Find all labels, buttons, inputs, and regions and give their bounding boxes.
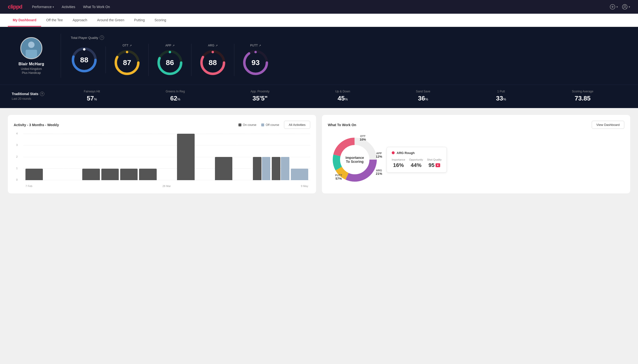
avatar (20, 37, 42, 59)
wtwo-title: What To Work On (328, 123, 356, 127)
putt-donut-label: PUTT 57% (335, 174, 342, 180)
ring-ott: 87 (114, 49, 140, 76)
chart-header: Activity - 3 Months - Weekly On course O… (14, 121, 310, 129)
tab-my-dashboard[interactable]: My Dashboard (8, 14, 41, 27)
score-putt: PUTT ↗ 93 (234, 44, 277, 76)
x-labels: 7 Feb 28 Mar 9 May (24, 184, 310, 188)
score-rings: 88 OTT ↗ 87 (71, 44, 626, 76)
tab-putting[interactable]: Putting (129, 14, 150, 27)
all-activities-button[interactable]: All Activities (284, 121, 310, 129)
hero-section: Blair McHarg United Kingdom Plus Handica… (0, 27, 638, 84)
bar-group-3 (82, 169, 100, 180)
bar-oncourse-6 (139, 169, 156, 180)
score-app: APP ↗ 86 (149, 44, 191, 76)
svg-point-20 (211, 51, 214, 53)
trad-stats-title: Traditional Stats ? (12, 92, 51, 96)
svg-point-11 (83, 48, 85, 50)
bar-oncourse-5 (120, 169, 138, 180)
trad-stats-label: Traditional Stats ? Last 20 rounds (12, 92, 51, 100)
score-app-value: 86 (166, 58, 174, 67)
bar-group-6 (139, 169, 156, 180)
tab-bar: My Dashboard Off the Tee Approach Around… (0, 14, 638, 27)
add-button[interactable]: ▾ (610, 4, 618, 10)
info-dot (392, 151, 395, 154)
arg-trend-icon: ↗ (216, 44, 218, 47)
bar-group-4 (101, 169, 119, 180)
svg-rect-8 (26, 50, 37, 58)
svg-point-4 (624, 6, 626, 7)
bar-group-0 (26, 169, 43, 180)
stat-1-putt: 1 Putt 33% (496, 90, 506, 102)
nav-what-to-work-on[interactable]: What To Work On (83, 5, 110, 9)
nav-activities[interactable]: Activities (62, 5, 75, 9)
bar-oncourse-8 (177, 134, 194, 180)
bar-oncourse-4 (101, 169, 119, 180)
stat-items: Fairways Hit 57% Greens In Reg 62% App. … (51, 90, 626, 102)
player-handicap: Plus Handicap (22, 71, 41, 74)
bar-oncourse-12 (253, 157, 262, 180)
stat-greens-in-reg: Greens In Reg 62% (166, 90, 185, 102)
info-card-title: ARG Rough (392, 151, 442, 155)
nav-performance[interactable]: Performance ▾ (32, 5, 54, 9)
wtwo-header: What To Work On View Dashboard (328, 121, 624, 129)
app-label: APP ↗ (165, 44, 174, 47)
view-dashboard-button[interactable]: View Dashboard (592, 121, 624, 129)
stat-up-and-down: Up & Down 45% (335, 90, 350, 102)
app-trend-icon: ↗ (172, 44, 174, 47)
player-info: Blair McHarg United Kingdom Plus Handica… (12, 37, 51, 74)
ott-label: OTT ↗ (123, 44, 132, 47)
tpq-help-icon[interactable]: ? (100, 36, 104, 40)
bar-offcourse-12 (262, 157, 271, 180)
arg-rough-info-card: ARG Rough Importance 16% Opportunity 44% (386, 147, 447, 172)
info-metrics: Importance 16% Opportunity 44% Shot Qual… (392, 158, 442, 168)
chart-area: 4 3 2 1 0 7 Feb 28 Mar 9 May (14, 134, 310, 188)
hero-divider (61, 34, 61, 78)
tab-scoring[interactable]: Scoring (150, 14, 171, 27)
score-overall-value: 88 (80, 56, 88, 64)
ott-trend-icon: ↗ (129, 44, 132, 47)
nav-right: ▾ ▾ (610, 4, 630, 10)
metric-importance: Importance 16% (392, 158, 405, 168)
trad-stats-subtitle: Last 20 rounds (12, 97, 51, 100)
main-content: Activity - 3 Months - Weekly On course O… (0, 108, 638, 200)
bar-group-13 (272, 157, 289, 180)
metric-shot-quality: Shot Quality 95 ▼ (427, 158, 442, 168)
chart-title: Activity - 3 Months - Weekly (14, 123, 59, 127)
bar-group-14 (291, 169, 308, 180)
tab-off-the-tee[interactable]: Off the Tee (41, 14, 68, 27)
scores-section: Total Player Quality ? 88 OTT (71, 36, 626, 76)
score-arg-value: 88 (208, 58, 217, 67)
svg-point-6 (28, 41, 35, 48)
player-name: Blair McHarg (19, 62, 44, 66)
tab-approach[interactable]: Approach (68, 14, 92, 27)
tab-around-the-green[interactable]: Around the Green (92, 14, 129, 27)
nav-links: Performance ▾ Activities What To Work On (32, 5, 110, 9)
svg-point-23 (254, 51, 257, 53)
stat-app-proximity: App. Proximity 35'5" (251, 90, 269, 102)
plus-circle-icon (610, 4, 615, 10)
offcourse-dot (261, 124, 264, 126)
arg-donut-label: ARG 21% (376, 169, 382, 176)
user-menu-button[interactable]: ▾ (622, 4, 630, 10)
bar-oncourse-13 (272, 157, 280, 180)
stat-sand-save: Sand Save 36% (416, 90, 431, 102)
player-country: United Kingdom (21, 67, 42, 71)
bars-container (24, 134, 310, 180)
wtwo-body: Importance To Scoring PUTT 57% OTT 10% A… (328, 133, 624, 186)
bar-group-10 (215, 157, 232, 180)
bar-oncourse-3 (82, 169, 100, 180)
tpq-label: Total Player Quality ? (71, 36, 626, 40)
putt-label: PUTT ↗ (250, 44, 261, 47)
app-logo[interactable]: clippd (8, 4, 22, 10)
score-arg: ARG ↗ 88 (191, 44, 234, 76)
score-ott: OTT ↗ 87 (106, 44, 149, 76)
ring-putt: 93 (242, 49, 269, 76)
ring-overall: 88 (71, 46, 98, 73)
ring-app: 86 (156, 49, 183, 76)
oncourse-dot (239, 124, 241, 126)
bar-group-5 (120, 169, 138, 180)
trad-stats-help-icon[interactable]: ? (40, 92, 44, 96)
score-putt-value: 93 (252, 58, 260, 67)
stat-fairways-hit: Fairways Hit 57% (84, 90, 100, 102)
donut-section: Importance To Scoring PUTT 57% OTT 10% A… (328, 133, 382, 186)
